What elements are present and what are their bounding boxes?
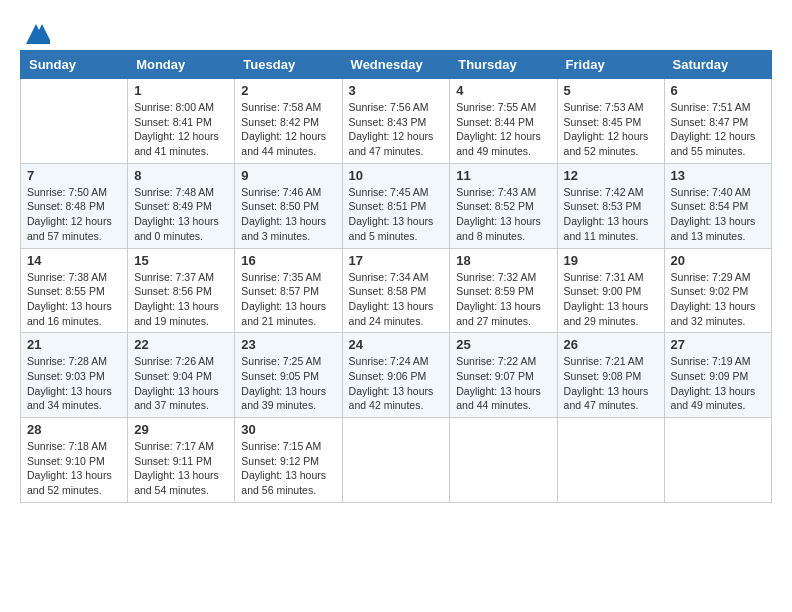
calendar-cell: 30Sunrise: 7:15 AM Sunset: 9:12 PM Dayli…	[235, 418, 342, 503]
calendar-cell: 23Sunrise: 7:25 AM Sunset: 9:05 PM Dayli…	[235, 333, 342, 418]
day-info: Sunrise: 7:15 AM Sunset: 9:12 PM Dayligh…	[241, 439, 335, 498]
day-number: 26	[564, 337, 658, 352]
calendar-cell	[342, 418, 450, 503]
day-number: 8	[134, 168, 228, 183]
day-number: 14	[27, 253, 121, 268]
calendar-cell: 10Sunrise: 7:45 AM Sunset: 8:51 PM Dayli…	[342, 163, 450, 248]
day-info: Sunrise: 7:35 AM Sunset: 8:57 PM Dayligh…	[241, 270, 335, 329]
day-number: 24	[349, 337, 444, 352]
calendar-cell: 24Sunrise: 7:24 AM Sunset: 9:06 PM Dayli…	[342, 333, 450, 418]
day-info: Sunrise: 7:48 AM Sunset: 8:49 PM Dayligh…	[134, 185, 228, 244]
calendar-cell: 3Sunrise: 7:56 AM Sunset: 8:43 PM Daylig…	[342, 79, 450, 164]
day-info: Sunrise: 7:38 AM Sunset: 8:55 PM Dayligh…	[27, 270, 121, 329]
calendar-cell: 18Sunrise: 7:32 AM Sunset: 8:59 PM Dayli…	[450, 248, 557, 333]
day-number: 23	[241, 337, 335, 352]
calendar-cell: 6Sunrise: 7:51 AM Sunset: 8:47 PM Daylig…	[664, 79, 771, 164]
header-row: SundayMondayTuesdayWednesdayThursdayFrid…	[21, 51, 772, 79]
calendar-table: SundayMondayTuesdayWednesdayThursdayFrid…	[20, 50, 772, 503]
day-info: Sunrise: 7:32 AM Sunset: 8:59 PM Dayligh…	[456, 270, 550, 329]
calendar-cell: 29Sunrise: 7:17 AM Sunset: 9:11 PM Dayli…	[128, 418, 235, 503]
calendar-cell: 4Sunrise: 7:55 AM Sunset: 8:44 PM Daylig…	[450, 79, 557, 164]
day-info: Sunrise: 7:25 AM Sunset: 9:05 PM Dayligh…	[241, 354, 335, 413]
day-info: Sunrise: 7:42 AM Sunset: 8:53 PM Dayligh…	[564, 185, 658, 244]
day-number: 4	[456, 83, 550, 98]
day-number: 11	[456, 168, 550, 183]
day-info: Sunrise: 7:18 AM Sunset: 9:10 PM Dayligh…	[27, 439, 121, 498]
day-info: Sunrise: 7:46 AM Sunset: 8:50 PM Dayligh…	[241, 185, 335, 244]
calendar-cell: 28Sunrise: 7:18 AM Sunset: 9:10 PM Dayli…	[21, 418, 128, 503]
day-number: 17	[349, 253, 444, 268]
calendar-cell: 11Sunrise: 7:43 AM Sunset: 8:52 PM Dayli…	[450, 163, 557, 248]
day-number: 13	[671, 168, 765, 183]
day-number: 7	[27, 168, 121, 183]
calendar-cell: 20Sunrise: 7:29 AM Sunset: 9:02 PM Dayli…	[664, 248, 771, 333]
day-info: Sunrise: 7:17 AM Sunset: 9:11 PM Dayligh…	[134, 439, 228, 498]
day-number: 22	[134, 337, 228, 352]
day-info: Sunrise: 7:24 AM Sunset: 9:06 PM Dayligh…	[349, 354, 444, 413]
day-number: 12	[564, 168, 658, 183]
day-number: 18	[456, 253, 550, 268]
week-row-3: 14Sunrise: 7:38 AM Sunset: 8:55 PM Dayli…	[21, 248, 772, 333]
week-row-5: 28Sunrise: 7:18 AM Sunset: 9:10 PM Dayli…	[21, 418, 772, 503]
calendar-cell	[557, 418, 664, 503]
day-info: Sunrise: 7:43 AM Sunset: 8:52 PM Dayligh…	[456, 185, 550, 244]
day-info: Sunrise: 7:28 AM Sunset: 9:03 PM Dayligh…	[27, 354, 121, 413]
day-info: Sunrise: 7:19 AM Sunset: 9:09 PM Dayligh…	[671, 354, 765, 413]
day-number: 15	[134, 253, 228, 268]
day-number: 6	[671, 83, 765, 98]
calendar-cell: 9Sunrise: 7:46 AM Sunset: 8:50 PM Daylig…	[235, 163, 342, 248]
day-info: Sunrise: 7:21 AM Sunset: 9:08 PM Dayligh…	[564, 354, 658, 413]
day-info: Sunrise: 7:45 AM Sunset: 8:51 PM Dayligh…	[349, 185, 444, 244]
day-info: Sunrise: 7:55 AM Sunset: 8:44 PM Dayligh…	[456, 100, 550, 159]
day-info: Sunrise: 7:56 AM Sunset: 8:43 PM Dayligh…	[349, 100, 444, 159]
day-number: 2	[241, 83, 335, 98]
calendar-cell: 16Sunrise: 7:35 AM Sunset: 8:57 PM Dayli…	[235, 248, 342, 333]
day-number: 3	[349, 83, 444, 98]
calendar-cell: 22Sunrise: 7:26 AM Sunset: 9:04 PM Dayli…	[128, 333, 235, 418]
calendar-cell	[450, 418, 557, 503]
page-header	[20, 20, 772, 40]
day-number: 9	[241, 168, 335, 183]
calendar-cell: 26Sunrise: 7:21 AM Sunset: 9:08 PM Dayli…	[557, 333, 664, 418]
calendar-cell: 2Sunrise: 7:58 AM Sunset: 8:42 PM Daylig…	[235, 79, 342, 164]
week-row-2: 7Sunrise: 7:50 AM Sunset: 8:48 PM Daylig…	[21, 163, 772, 248]
calendar-cell: 8Sunrise: 7:48 AM Sunset: 8:49 PM Daylig…	[128, 163, 235, 248]
calendar-cell: 1Sunrise: 8:00 AM Sunset: 8:41 PM Daylig…	[128, 79, 235, 164]
day-number: 30	[241, 422, 335, 437]
day-info: Sunrise: 7:26 AM Sunset: 9:04 PM Dayligh…	[134, 354, 228, 413]
day-header-monday: Monday	[128, 51, 235, 79]
day-info: Sunrise: 7:37 AM Sunset: 8:56 PM Dayligh…	[134, 270, 228, 329]
logo-icon	[22, 20, 50, 48]
day-number: 29	[134, 422, 228, 437]
calendar-cell: 13Sunrise: 7:40 AM Sunset: 8:54 PM Dayli…	[664, 163, 771, 248]
day-number: 21	[27, 337, 121, 352]
day-number: 19	[564, 253, 658, 268]
day-header-thursday: Thursday	[450, 51, 557, 79]
day-info: Sunrise: 7:40 AM Sunset: 8:54 PM Dayligh…	[671, 185, 765, 244]
day-info: Sunrise: 7:50 AM Sunset: 8:48 PM Dayligh…	[27, 185, 121, 244]
calendar-cell: 19Sunrise: 7:31 AM Sunset: 9:00 PM Dayli…	[557, 248, 664, 333]
calendar-cell: 27Sunrise: 7:19 AM Sunset: 9:09 PM Dayli…	[664, 333, 771, 418]
calendar-cell: 7Sunrise: 7:50 AM Sunset: 8:48 PM Daylig…	[21, 163, 128, 248]
day-info: Sunrise: 7:51 AM Sunset: 8:47 PM Dayligh…	[671, 100, 765, 159]
calendar-cell: 14Sunrise: 7:38 AM Sunset: 8:55 PM Dayli…	[21, 248, 128, 333]
calendar-cell: 15Sunrise: 7:37 AM Sunset: 8:56 PM Dayli…	[128, 248, 235, 333]
week-row-1: 1Sunrise: 8:00 AM Sunset: 8:41 PM Daylig…	[21, 79, 772, 164]
calendar-cell: 12Sunrise: 7:42 AM Sunset: 8:53 PM Dayli…	[557, 163, 664, 248]
day-number: 5	[564, 83, 658, 98]
day-info: Sunrise: 7:31 AM Sunset: 9:00 PM Dayligh…	[564, 270, 658, 329]
calendar-cell: 17Sunrise: 7:34 AM Sunset: 8:58 PM Dayli…	[342, 248, 450, 333]
day-number: 1	[134, 83, 228, 98]
day-header-sunday: Sunday	[21, 51, 128, 79]
day-header-tuesday: Tuesday	[235, 51, 342, 79]
day-info: Sunrise: 8:00 AM Sunset: 8:41 PM Dayligh…	[134, 100, 228, 159]
day-header-wednesday: Wednesday	[342, 51, 450, 79]
day-number: 20	[671, 253, 765, 268]
calendar-cell: 25Sunrise: 7:22 AM Sunset: 9:07 PM Dayli…	[450, 333, 557, 418]
calendar-cell: 5Sunrise: 7:53 AM Sunset: 8:45 PM Daylig…	[557, 79, 664, 164]
day-number: 16	[241, 253, 335, 268]
calendar-cell	[664, 418, 771, 503]
calendar-cell	[21, 79, 128, 164]
day-number: 27	[671, 337, 765, 352]
logo	[20, 20, 50, 40]
